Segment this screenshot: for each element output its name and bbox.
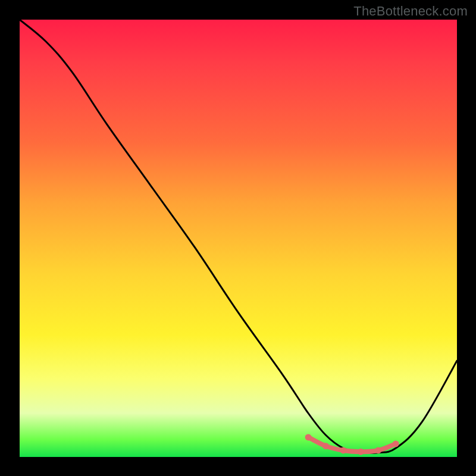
highlight-dot	[358, 449, 364, 455]
chart-frame: TheBottleneck.com	[0, 0, 476, 476]
plot-area	[20, 20, 457, 457]
chart-svg	[20, 20, 457, 457]
main-curve	[20, 20, 457, 453]
highlight-dot	[375, 447, 381, 453]
highlight-dot	[340, 447, 346, 453]
watermark-text: TheBottleneck.com	[353, 4, 468, 19]
highlight-segment	[308, 437, 396, 452]
highlight-dot	[322, 443, 329, 449]
highlight-dot	[305, 434, 312, 440]
highlight-dot	[393, 440, 399, 447]
